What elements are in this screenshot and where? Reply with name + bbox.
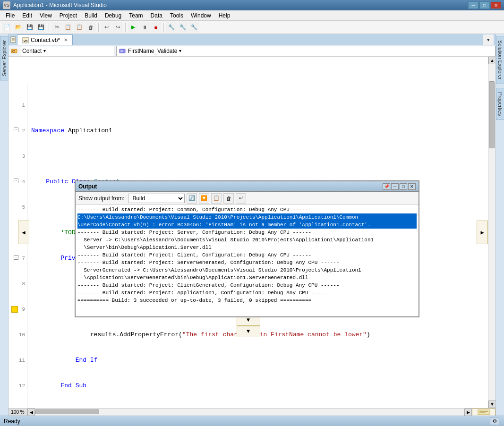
toolbar-separator-4 bbox=[163, 23, 164, 32]
toolbar-btn-6[interactable]: 🔧 bbox=[189, 22, 199, 33]
output-line-4: ------- Build started: Project: Client, … bbox=[77, 251, 417, 259]
properties-tab[interactable]: Properties bbox=[496, 88, 504, 120]
class-icon: C bbox=[10, 47, 18, 55]
tab-bar: vb Contact.vb* ✕ ▾ bbox=[9, 34, 495, 45]
output-content[interactable]: ------- Build started: Project: Common, … bbox=[76, 205, 419, 316]
output-source-select[interactable]: Build Debug General bbox=[128, 194, 185, 203]
vscroll-up-button[interactable]: ▲ bbox=[488, 57, 495, 64]
toolbar-btn-5[interactable]: 🔧 bbox=[178, 22, 188, 33]
left-scroll-button[interactable]: ◀ bbox=[18, 221, 29, 244]
class-dropdown-value: Contact bbox=[22, 48, 42, 54]
output-panel: Output 📌 ─ □ ✕ Show output from: Build D… bbox=[75, 180, 419, 317]
output-line-9: ========== Build: 3 succeeded or up-to-d… bbox=[77, 297, 417, 304]
menu-build[interactable]: Build bbox=[81, 11, 101, 20]
collapse-method[interactable]: - bbox=[14, 255, 18, 260]
right-scroll-button[interactable]: ▶ bbox=[477, 221, 488, 244]
vscroll-thumb[interactable] bbox=[489, 81, 495, 148]
menu-file[interactable]: File bbox=[2, 11, 18, 20]
output-pin-button[interactable]: 📌 bbox=[383, 183, 390, 190]
zoom-decrease-button[interactable]: ◀ bbox=[27, 409, 35, 416]
output-minimize-button[interactable]: ─ bbox=[391, 183, 399, 190]
tab-close-button[interactable]: ✕ bbox=[64, 37, 68, 43]
pause-button[interactable]: ⏸ bbox=[139, 22, 150, 33]
tab-dropdown-button[interactable]: ▾ bbox=[483, 34, 494, 45]
method-dropdown-arrow: ▾ bbox=[179, 48, 181, 53]
save-button[interactable]: 💾 bbox=[25, 22, 35, 33]
vscroll-down-button[interactable]: ▼ bbox=[488, 400, 495, 408]
output-close-button[interactable]: ✕ bbox=[408, 183, 416, 190]
output-line-0: ------- Build started: Project: Common, … bbox=[77, 206, 417, 213]
output-toolbar: Show output from: Build Debug General 🔄 … bbox=[76, 192, 419, 205]
app-icon: VS bbox=[3, 1, 10, 9]
output-line-8: ------- Build started: Project: Applicat… bbox=[77, 289, 417, 297]
menu-debug[interactable]: Debug bbox=[101, 11, 125, 20]
stop-button[interactable]: ■ bbox=[151, 22, 161, 33]
output-panel-title: Output bbox=[78, 183, 97, 190]
tab-list-icon bbox=[9, 34, 17, 45]
collapse-namespace[interactable]: - bbox=[14, 128, 18, 132]
redo-button[interactable]: ↪ bbox=[112, 22, 123, 33]
server-explorer-tab[interactable]: Server Explorer bbox=[0, 36, 9, 80]
zoom-value: 100 % bbox=[11, 409, 24, 415]
new-project-button[interactable]: 📄 bbox=[2, 22, 12, 33]
svg-rect-15 bbox=[478, 410, 489, 415]
svg-text:C: C bbox=[12, 49, 15, 53]
menu-edit[interactable]: Edit bbox=[18, 11, 36, 20]
nav-left-icon: C bbox=[9, 45, 20, 57]
output-line-1: C:\Users\Alessandro\Documents\Visual Stu… bbox=[77, 213, 417, 229]
collapse-class[interactable]: - bbox=[14, 179, 18, 183]
hscroll-track[interactable] bbox=[35, 409, 464, 416]
editor-vscrollbar[interactable]: ▲ ▼ bbox=[488, 57, 495, 408]
hscroll-thumb[interactable] bbox=[35, 409, 99, 414]
svg-text:vb: vb bbox=[24, 39, 28, 43]
scroll-down-button2[interactable]: ▼ bbox=[237, 326, 260, 337]
mini-scroll-button[interactable] bbox=[472, 409, 495, 416]
menu-tools[interactable]: Tools bbox=[166, 11, 187, 20]
output-controls: 📌 ─ □ ✕ bbox=[383, 183, 416, 190]
menu-help[interactable]: Help bbox=[215, 11, 234, 20]
solution-config[interactable]: 🔧 bbox=[166, 22, 177, 33]
copy-button[interactable]: 📋 bbox=[63, 22, 73, 33]
output-line-7: ------- Build started: Project: ClientGe… bbox=[77, 281, 417, 289]
output-clear-button[interactable]: 🗑 bbox=[223, 193, 234, 204]
hscroll-right-button[interactable]: ▶ bbox=[464, 409, 472, 416]
restore-button[interactable]: □ bbox=[479, 1, 490, 9]
run-button[interactable]: ▶ bbox=[128, 22, 138, 33]
vscroll-track[interactable] bbox=[488, 64, 495, 400]
method-dropdown[interactable]: M FirstName_Validate ▾ bbox=[116, 46, 495, 56]
class-dropdown-arrow: ▾ bbox=[43, 48, 46, 53]
output-wordwrap-button[interactable]: ↵ bbox=[236, 193, 246, 204]
solution-explorer-tab[interactable]: Solution Explorer bbox=[496, 36, 504, 84]
menu-project[interactable]: Project bbox=[56, 11, 81, 20]
title-bar: VS Application1 - Microsoft Visual Studi… bbox=[0, 0, 504, 10]
delete-button[interactable]: 🗑 bbox=[85, 22, 96, 33]
output-line-3: Server -> C:\Users\Alessandro\Documents\… bbox=[77, 236, 417, 251]
save-all-button[interactable]: 💾 bbox=[36, 22, 46, 33]
menu-data[interactable]: Data bbox=[147, 11, 166, 20]
close-button[interactable]: ✕ bbox=[491, 1, 501, 9]
menu-team[interactable]: Team bbox=[125, 11, 146, 20]
zoom-display: 100 % bbox=[9, 409, 27, 416]
left-sidebar: Server Explorer bbox=[0, 34, 9, 416]
hscrollbar[interactable]: 100 % ◀ ▶ bbox=[9, 408, 495, 416]
open-button[interactable]: 📂 bbox=[13, 22, 24, 33]
class-dropdown[interactable]: Contact ▾ bbox=[20, 46, 114, 56]
paste-button[interactable]: 📋 bbox=[74, 22, 85, 33]
output-line-6: ServerGenerated -> C:\Users\Alessandro\D… bbox=[77, 266, 417, 281]
menu-view[interactable]: View bbox=[36, 11, 56, 20]
output-line-2: ------- Build started: Project: Server, … bbox=[77, 229, 417, 236]
menu-bar: File Edit View Project Build Debug Team … bbox=[0, 10, 504, 21]
undo-button[interactable]: ↩ bbox=[101, 22, 111, 33]
output-copy-button[interactable]: 📋 bbox=[211, 193, 222, 204]
contact-tab[interactable]: vb Contact.vb* ✕ bbox=[17, 34, 73, 45]
mini-scroll-icon bbox=[477, 409, 490, 416]
output-refresh-button[interactable]: 🔄 bbox=[187, 193, 197, 204]
nav-bar: C Contact ▾ M FirstName_Validate ▾ bbox=[9, 45, 495, 57]
cut-button[interactable]: ✂ bbox=[51, 22, 62, 33]
vb-file-icon: vb bbox=[22, 37, 29, 43]
output-maximize-button[interactable]: □ bbox=[400, 183, 407, 190]
menu-window[interactable]: Window bbox=[187, 11, 215, 20]
output-filter-button[interactable]: 🔽 bbox=[199, 193, 209, 204]
output-title-bar: Output 📌 ─ □ ✕ bbox=[76, 181, 419, 192]
minimize-button[interactable]: ─ bbox=[468, 1, 478, 9]
